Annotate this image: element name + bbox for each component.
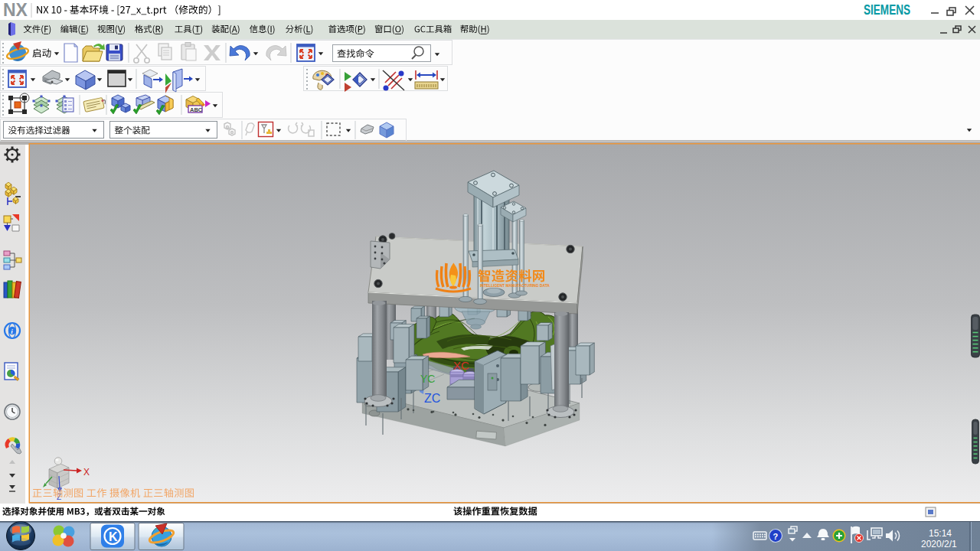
svg-text:2020/2/1: 2020/2/1	[921, 539, 957, 549]
svg-text:Z: Z	[57, 493, 61, 501]
svg-text:15:14: 15:14	[929, 528, 952, 539]
svg-text:SIEMENS: SIEMENS	[864, 2, 910, 18]
svg-text:NX: NX	[3, 0, 28, 20]
svg-text:?: ?	[773, 532, 779, 541]
svg-text:YC: YC	[420, 373, 435, 385]
svg-text:X: X	[83, 467, 90, 478]
svg-text:K: K	[109, 530, 118, 543]
svg-text:ZC: ZC	[424, 392, 440, 405]
svg-text:ABC: ABC	[190, 106, 203, 113]
svg-text:INTELLIGENT MANUFACTURING DATA: INTELLIGENT MANUFACTURING DATA	[480, 284, 550, 288]
svg-text:XC: XC	[453, 359, 469, 372]
